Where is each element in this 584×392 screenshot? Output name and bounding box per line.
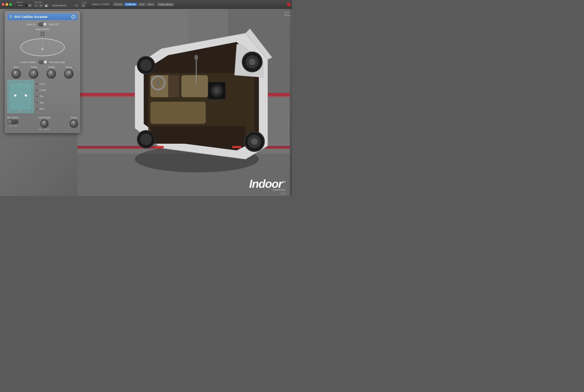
version-text: 1.0.0	[281, 192, 285, 195]
output-knob[interactable]	[70, 120, 78, 127]
direct-toggle-row: Direct On Direct Off	[7, 22, 78, 26]
tuning-label: Tuning	[48, 66, 55, 68]
speaker-grid[interactable]: ‹ › ▲ ▼	[7, 80, 34, 113]
svg-point-31	[140, 134, 152, 145]
svg-point-29	[140, 60, 152, 71]
angle-section-label: Angle Section	[7, 28, 78, 30]
channel-item-side[interactable]: Side	[36, 101, 78, 104]
track-name-input[interactable]: Audio 1	[16, 4, 28, 7]
menu-icon[interactable]: ☰	[10, 15, 13, 18]
bypass-button[interactable]: BYPASS	[113, 3, 123, 6]
channel-item-top[interactable]: Top	[36, 95, 78, 98]
resize-label: Resize	[284, 14, 290, 16]
channel-item-center[interactable]: Center	[36, 89, 78, 92]
decay-knob[interactable]	[64, 69, 73, 78]
bass-knob[interactable]	[12, 69, 21, 78]
direct-toggle[interactable]	[38, 22, 47, 26]
panel-header: ☰ SUV Cadillac Escalade i	[7, 14, 78, 20]
mic-sub-labels: AB MS	[9, 125, 17, 127]
mic-section: Mic System AB MS Level Range Flat Natura…	[7, 115, 78, 130]
bass-label: Bass	[14, 66, 19, 68]
svg-point-27	[251, 138, 258, 145]
auto-label: Auto	[81, 2, 87, 4]
safe-button[interactable]: SAFE	[138, 3, 146, 6]
plugin-panel: ☰ SUV Cadillac Escalade i Direct On Dire…	[5, 11, 80, 133]
auto-content: ⚙	[81, 4, 87, 7]
tuning-knob-col: Tuning	[47, 66, 56, 78]
preset-dropdown[interactable]: <factory default>	[50, 4, 74, 7]
channel-label-rear: Rear	[40, 108, 45, 110]
tuning-knob[interactable]	[47, 69, 56, 78]
bottom-section: ‹ › ▲ ▼ Front Center	[7, 80, 78, 113]
custom-rotation-label: Custom Rotation	[20, 61, 36, 64]
track-col: Track Audio 1 a	[15, 0, 33, 9]
preset-next-button[interactable]: ›	[75, 4, 79, 7]
track-letter-badge[interactable]: a	[28, 4, 32, 7]
grid-arrow-top-icon: ▲	[19, 81, 22, 84]
rotation-toggle-row: Custom Rotation Recorded Angle	[7, 60, 78, 64]
resize-icon: ⤡⤢	[284, 10, 290, 14]
angle-visualization	[7, 32, 78, 58]
svg-point-18	[215, 88, 219, 93]
grid-arrow-right-icon: ›	[32, 95, 33, 98]
svg-rect-10	[150, 102, 206, 124]
channel-item-front[interactable]: Front	[36, 82, 78, 85]
svg-rect-32	[155, 146, 164, 148]
channel-label-center: Center	[40, 89, 46, 91]
level-range-label: Level Range	[38, 116, 51, 119]
svg-rect-9	[181, 75, 208, 97]
treble-knob[interactable]	[29, 69, 38, 78]
svg-point-13	[156, 81, 160, 85]
direct-toggle-thumb	[43, 22, 47, 26]
close-button[interactable]	[2, 3, 5, 6]
preset-prev-button[interactable]: ‹	[34, 4, 38, 7]
level-natural-label: Natural	[44, 128, 50, 130]
treble-label: Treble	[31, 66, 37, 68]
preset-edit-button[interactable]: ✎	[39, 4, 43, 7]
mic-system-col: Mic System AB MS	[7, 116, 19, 127]
maximize-button[interactable]	[9, 3, 12, 6]
channel-radio-center[interactable]	[36, 89, 38, 92]
mic-head	[41, 32, 44, 36]
level-flat-label: Flat	[38, 128, 42, 130]
svg-rect-19	[196, 58, 197, 84]
speaker-dot-right	[25, 94, 27, 96]
channel-radio-top[interactable]	[36, 95, 38, 98]
minimize-button[interactable]	[6, 3, 8, 6]
svg-rect-21	[150, 126, 246, 144]
channel-radio-side[interactable]	[36, 101, 38, 104]
channel-radio-rear[interactable]	[36, 108, 38, 110]
level-range-knob[interactable]	[41, 120, 48, 127]
track-label: Track	[16, 1, 32, 4]
indoor-logo-text: Indoor™	[249, 178, 285, 190]
preset-save-button[interactable]: 💾	[44, 4, 49, 7]
channel-label-top: Top	[40, 95, 43, 98]
resize-button[interactable]: ⤡⤢ Resize	[284, 10, 290, 16]
auto-icon[interactable]: ⚙	[81, 4, 85, 7]
mic-shadow	[46, 44, 48, 46]
channel-item-rear[interactable]: Rear	[36, 108, 78, 110]
angle-stick[interactable]	[41, 32, 44, 50]
mic-rod	[42, 36, 43, 48]
top-controls: Track Audio 1 a Preset ‹ ✎ 💾 <factory de…	[14, 0, 287, 9]
output-col: Output	[70, 116, 78, 127]
channel-label-side: Side	[40, 102, 44, 104]
info-button[interactable]: i	[72, 15, 76, 19]
compare-button[interactable]: COMPARE	[124, 3, 137, 6]
channel-radio-front[interactable]	[36, 82, 38, 85]
rotation-toggle[interactable]	[39, 60, 47, 64]
svg-rect-33	[232, 146, 241, 148]
svg-rect-11	[168, 75, 179, 97]
mic-system-toggle[interactable]	[8, 120, 19, 124]
indoor-logo: Indoor™ AudioEase	[249, 178, 285, 192]
auto-col: Auto ⚙	[80, 0, 88, 9]
speaker-dot-left	[14, 94, 16, 96]
channel-label-front: Front	[40, 83, 45, 85]
trademark-symbol: ™	[282, 181, 285, 184]
main-content: Indoor™ AudioEase 1.0.0 ⤡⤢ Resize ☰ SUV …	[0, 9, 292, 196]
native-button[interactable]: Native	[147, 3, 155, 6]
mic-ball	[41, 48, 44, 50]
level-sub-labels: Flat Natural	[38, 128, 50, 130]
latency-display: Latency: H (1024)	[90, 3, 111, 6]
preset-content: ‹ ✎ 💾 <factory default> ›	[34, 4, 79, 7]
